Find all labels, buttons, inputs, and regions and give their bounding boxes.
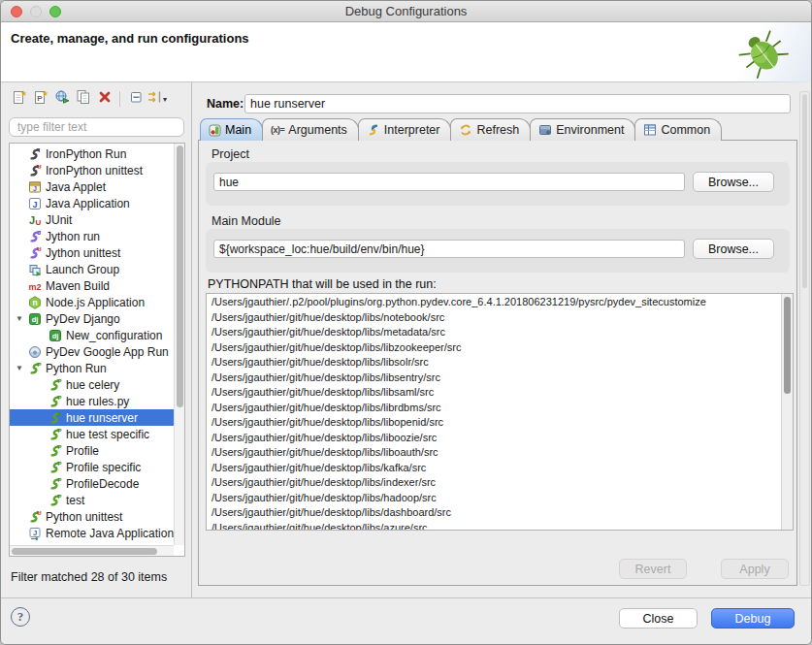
svg-text:P: P (57, 494, 61, 500)
jython-unittest-icon: U (28, 246, 42, 260)
nodejs-icon: n (28, 296, 42, 309)
new-prototype-button[interactable]: P★ (30, 89, 50, 109)
tab-interpreter[interactable]: Interpreter (358, 118, 452, 141)
tab-refresh[interactable]: Refresh (450, 118, 531, 141)
main-tab-content: Project Browse... Main Module Browse... … (198, 140, 797, 586)
tab-environment[interactable]: Environment (530, 118, 635, 141)
tree-item-jython-run[interactable]: JJython run (10, 228, 174, 244)
tree-item-label: IronPython Run (46, 147, 126, 161)
tree-item-maven-build[interactable]: m2Maven Build (10, 277, 174, 294)
tree-vertical-scrollbar[interactable] (174, 144, 184, 545)
panel-scrollbar[interactable] (799, 91, 810, 586)
export-configurations-button[interactable] (51, 89, 72, 109)
dialog-header: Create, manage, and run configurations (1, 22, 811, 82)
revert-button[interactable]: Revert (619, 559, 687, 579)
duplicate-configuration-button[interactable] (73, 89, 93, 109)
tree-item-pydev-django[interactable]: ▼djPyDev Django (10, 310, 174, 327)
panel-scrollbar-thumb[interactable] (802, 94, 807, 288)
tree-item-label: hue runserver (66, 411, 138, 425)
configuration-detail-panel: Name: Main(x)=ArgumentsInterpreterRefres… (193, 82, 812, 597)
tree-item-ironpython-unittest[interactable]: UIronPython unittest (10, 162, 174, 178)
main-module-browse-button[interactable]: Browse... (693, 239, 774, 259)
pythonpath-entry[interactable]: /Users/jgauthier/git/hue/desktop/libs/az… (207, 521, 781, 531)
tree-item-hue-runserver[interactable]: Phue runserver (10, 409, 174, 426)
new-prototype-icon: P★ (32, 88, 49, 110)
svg-text:P: P (57, 428, 61, 434)
tree-vertical-scrollbar-thumb[interactable] (177, 145, 183, 407)
tree-item-profiledecode[interactable]: PProfileDecode (10, 475, 174, 492)
tree-item-junit[interactable]: JUJUnit (10, 211, 174, 228)
tab-label: Main (225, 123, 251, 137)
pythonpath-entry[interactable]: /Users/jgauthier/git/hue/desktop/libs/li… (207, 340, 781, 356)
pythonpath-entry[interactable]: /Users/jgauthier/git/hue/desktop/libs/li… (207, 415, 781, 431)
toolbar-separator (119, 91, 120, 107)
expand-arrow-icon[interactable]: ▼ (16, 314, 28, 323)
tree-item-hue-celery[interactable]: Phue celery (10, 376, 174, 393)
pythonpath-entry[interactable]: /Users/jgauthier/git/hue/desktop/libs/no… (207, 310, 781, 326)
title-bar[interactable]: Debug Configurations (1, 1, 811, 22)
pythonpath-entry[interactable]: /Users/jgauthier/git/hue/desktop/libs/li… (207, 371, 781, 386)
apply-button[interactable]: Apply (721, 559, 789, 579)
pythonpath-entry[interactable]: /Users/jgauthier/git/hue/desktop/libs/ha… (207, 491, 781, 506)
tree-item-pydev-google-app-run[interactable]: PyDev Google App Run (10, 343, 174, 360)
remote-java-icon: J (28, 527, 42, 540)
tree-item-python-unittest[interactable]: UPython unittest (10, 508, 174, 525)
svg-text:P: P (57, 461, 61, 467)
collapse-all-button[interactable] (125, 89, 146, 109)
pythonpath-entry[interactable]: /Users/jgauthier/git/hue/desktop/libs/ka… (207, 461, 781, 476)
debug-button[interactable]: Debug (711, 608, 795, 629)
pythonpath-entry[interactable]: /Users/jgauthier/git/hue/desktop/libs/in… (207, 475, 781, 491)
tree-item-profile[interactable]: PProfile (10, 442, 174, 459)
main-module-input[interactable] (213, 240, 685, 258)
tree-horizontal-scrollbar[interactable] (10, 545, 174, 556)
tab-arguments[interactable]: (x)=Arguments (262, 118, 359, 141)
tree-item-launch-group[interactable]: Launch Group (10, 261, 174, 277)
tree-horizontal-scrollbar-thumb[interactable] (12, 548, 157, 555)
tree-item-jython-unittest[interactable]: UJython unittest (10, 244, 174, 261)
tree-item-java-application[interactable]: JJava Application (10, 195, 174, 211)
python-run-icon: P (49, 461, 62, 474)
tree-item-java-applet[interactable]: JJava Applet (10, 178, 174, 195)
pythonpath-entry[interactable]: /Users/jgauthier/git/hue/desktop/libs/li… (207, 355, 781, 371)
tree-item-node-js-application[interactable]: nNode.js Application (10, 294, 174, 310)
tree-item-new-configuration[interactable]: djNew_configuration (10, 327, 174, 343)
tab-common[interactable]: Common (634, 118, 722, 141)
tab-main[interactable]: Main (200, 118, 263, 141)
pythonpath-entry[interactable]: /Users/jgauthier/git/hue/desktop/libs/li… (207, 431, 781, 446)
tree-item-label: Jython run (46, 230, 100, 243)
tree-item-hue-test-specific[interactable]: Phue test specific (10, 426, 174, 442)
python-run-icon: P (49, 477, 62, 491)
close-button[interactable]: Close (619, 608, 698, 629)
java-application-icon: J (28, 197, 42, 210)
pythonpath-scrollbar-thumb[interactable] (784, 297, 791, 394)
filter-input[interactable] (9, 117, 184, 137)
project-browse-button[interactable]: Browse... (693, 172, 774, 192)
expand-arrow-icon[interactable]: ▼ (16, 364, 28, 372)
tree-item-profile-specific[interactable]: PProfile specific (10, 459, 174, 475)
tree-item-python-run[interactable]: ▼ PPython Run (10, 360, 174, 376)
new-configuration-button[interactable]: ★ (9, 89, 29, 109)
pythonpath-entry[interactable]: /Users/jgauthier/git/hue/desktop/libs/me… (207, 325, 781, 340)
refresh-icon (459, 123, 472, 137)
tree-item-test[interactable]: Ptest (10, 492, 174, 508)
project-input[interactable] (213, 173, 685, 191)
tree-item-hue-rules-py[interactable]: Phue rules.py (10, 393, 174, 409)
pythonpath-entry[interactable]: /Users/jgauthier/git/hue/desktop/libs/da… (207, 505, 781, 521)
svg-text:U: U (37, 164, 41, 170)
pythonpath-entry[interactable]: /Users/jgauthier/.p2/pool/plugins/org.py… (207, 295, 781, 310)
pythonpath-entry[interactable]: /Users/jgauthier/git/hue/desktop/libs/li… (207, 445, 781, 461)
dialog-heading: Create, manage, and run configurations (11, 31, 249, 46)
help-button[interactable]: ? (11, 607, 30, 627)
filter-configurations-button[interactable]: ▾ (146, 89, 167, 109)
delete-configuration-button[interactable] (94, 89, 114, 109)
tree-item-remote-java-application[interactable]: JRemote Java Application (10, 525, 174, 541)
pythonpath-scrollbar[interactable] (781, 294, 793, 530)
gae-icon (28, 345, 42, 359)
tree-item-ironpython-run[interactable]: IIronPython Run (10, 145, 174, 162)
pythonpath-entry[interactable]: /Users/jgauthier/git/hue/desktop/libs/li… (207, 385, 781, 401)
svg-text:J: J (33, 185, 37, 192)
tab-bar: Main(x)=ArgumentsInterpreterRefreshEnvir… (200, 118, 721, 141)
tree-item-label: Node.js Application (46, 296, 145, 309)
pythonpath-entry[interactable]: /Users/jgauthier/git/hue/desktop/libs/li… (207, 401, 781, 416)
name-input[interactable] (244, 94, 791, 113)
